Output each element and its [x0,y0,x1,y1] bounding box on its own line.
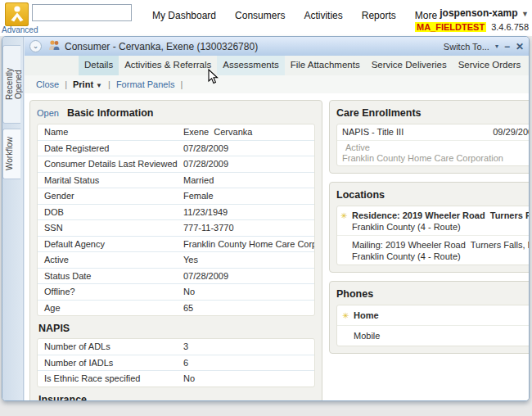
basic-information-panel: Open Basic Information NameExene Cervank… [29,100,322,400]
switch-to-button[interactable]: Switch To... [444,42,489,52]
nav-consumers[interactable]: Consumers [235,10,285,21]
primary-star-icon: ✳ [340,210,352,232]
sidebar-tab-workflow[interactable]: Workflow [2,129,20,179]
nav-activities[interactable]: Activities [304,10,342,21]
table-row: DOB11/23/1949 [38,205,314,221]
minimize-icon[interactable]: − [504,42,510,52]
table-row: Is Ethnic Race specifiedNo [38,371,314,387]
phone-type: Mobile [354,331,380,341]
toolbar: Close | Print ▼ | Format Panels | [25,75,529,93]
print-button[interactable]: Print ▼ [73,79,102,89]
window-titlebar: ⌄ Consumer - Cervanka, Exene (1300326780… [25,37,529,56]
table-row: Default AgencyFranklin County Home Care … [38,237,314,253]
format-panels-button[interactable]: Format Panels [116,79,175,89]
window-main: ⌄ Consumer - Cervanka, Exene (1300326780… [25,37,529,400]
table-row: Status Date07/28/2009 [38,269,314,285]
location-address: Mailing: 2019 Wheeler Road Turners Falls… [352,240,529,250]
main-nav: My Dashboard Consumers Activities Report… [152,10,437,21]
table-row: NameExene Cervanka [38,124,314,141]
location-county: Franklin County (4 - Route) [352,251,529,261]
table-row: Marital StatusMarried [38,173,314,189]
enrollment-program: NAPIS - Title III [342,127,404,137]
locations-title: Locations [336,189,385,201]
tab-details[interactable]: Details [79,56,119,75]
user-block: jospenson-xamp ▼ MA_FIELDTEST 3.4.6.758 [415,5,529,32]
nav-my-dashboard[interactable]: My Dashboard [152,10,216,21]
details-content: Open Basic Information NameExene Cervank… [25,93,529,400]
enrollment-status: Active [337,141,529,152]
side-tab-strip: Recently Opened Workflow [2,37,24,400]
tab-service-deliveries[interactable]: Service Deliveries [366,56,453,75]
phones-panel: Phones ✳ Home (64 Mobile (80 [329,281,529,354]
sidebar-tab-recently-opened[interactable]: Recently Opened [2,45,20,124]
application-header: Advanced My Dashboard Consumers Activiti… [0,0,532,36]
consumer-window: Recently Opened Workflow ⌄ Consumer - Ce… [2,36,530,401]
app-logo[interactable] [5,2,29,26]
table-row: Number of IADLs6 [38,355,314,372]
version-label: 3.4.6.758 [491,22,529,32]
phones-title: Phones [336,288,373,300]
environment-badge: MA_FIELDTEST [415,22,486,32]
location-county: Franklin County (4 - Route) [352,222,529,232]
consumer-icon [47,39,61,54]
location-item[interactable]: Mailing: 2019 Wheeler Road Turners Falls… [337,236,529,265]
location-address: Residence: 2019 Wheeler Road Turners Fal… [352,210,529,220]
table-row: ActiveYes [38,252,314,269]
open-link[interactable]: Open [37,108,59,118]
table-row: GenderFemale [38,188,314,205]
table-row: Offline?No [38,284,314,301]
print-caret-icon: ▼ [96,82,102,89]
insurance-section-title: Insurance [38,394,315,401]
care-enrollments-panel: Care Enrollments NAPIS - Title III 09/29… [329,100,529,174]
advanced-search-link[interactable]: Advanced [2,25,38,34]
care-enrollment-entry[interactable]: NAPIS - Title III 09/29/2009 - Active Fr… [336,124,529,166]
napis-table: Number of ADLs3 Number of IADLs6 Is Ethn… [37,338,315,387]
primary-star-icon: ✳ [342,310,354,320]
tab-file-attachments[interactable]: File Attachments [285,56,366,75]
enrollment-agency: Franklin County Home Care Corporation [337,152,529,165]
enrollment-date: 09/29/2009 - [493,127,529,137]
phone-item[interactable]: ✳ Home (64 [337,305,529,326]
right-column: Care Enrollments NAPIS - Title III 09/29… [329,100,529,400]
care-enrollments-title: Care Enrollments [336,107,422,119]
table-row: Date Registered07/28/2009 [38,141,314,157]
consumer-tabstrip: Details Activities & Referrals Assessmen… [25,56,529,75]
table-row: Number of ADLs3 [38,339,314,355]
toolbar-separator: | [108,79,110,89]
tab-service-orders[interactable]: Service Orders [453,56,527,75]
basic-info-table: NameExene Cervanka Date Registered07/28/… [37,124,315,316]
locations-list: ✳ Residence: 2019 Wheeler Road Turners F… [336,206,529,265]
phones-list: ✳ Home (64 Mobile (80 [336,305,529,346]
switch-to-caret-icon[interactable]: ▾ [495,43,498,50]
window-title: Consumer - Cervanka, Exene (1300326780) [65,41,258,52]
locations-panel: Locations ✳ Residence: 2019 Wheeler Road… [329,182,529,273]
basic-information-title: Basic Information [67,107,154,119]
toolbar-separator: | [180,79,183,89]
search-input[interactable] [32,4,132,21]
table-row: Age65 [38,301,314,316]
star-placeholder [340,240,352,261]
collapse-chevron-icon[interactable]: ⌄ [29,40,42,52]
location-item[interactable]: ✳ Residence: 2019 Wheeler Road Turners F… [337,206,529,236]
person-logo-icon [7,4,27,25]
tab-assessments[interactable]: Assessments [217,56,284,75]
table-row: Consumer Details Last Reviewed07/28/2009 [38,156,314,173]
close-icon[interactable]: ✕ [516,42,524,52]
phone-type: Home [354,310,379,320]
napis-section-title: NAPIS [38,323,315,334]
toolbar-separator: | [65,79,67,89]
tab-activities-referrals[interactable]: Activities & Referrals [119,56,217,75]
user-menu[interactable]: jospenson-xamp [440,7,517,19]
star-placeholder [342,336,354,337]
close-button[interactable]: Close [36,79,59,89]
table-row: SSN777-11-3770 [38,220,314,237]
nav-reports[interactable]: Reports [362,10,396,21]
user-menu-caret-icon[interactable]: ▼ [521,10,529,18]
phone-item[interactable]: Mobile (80 [337,326,529,346]
